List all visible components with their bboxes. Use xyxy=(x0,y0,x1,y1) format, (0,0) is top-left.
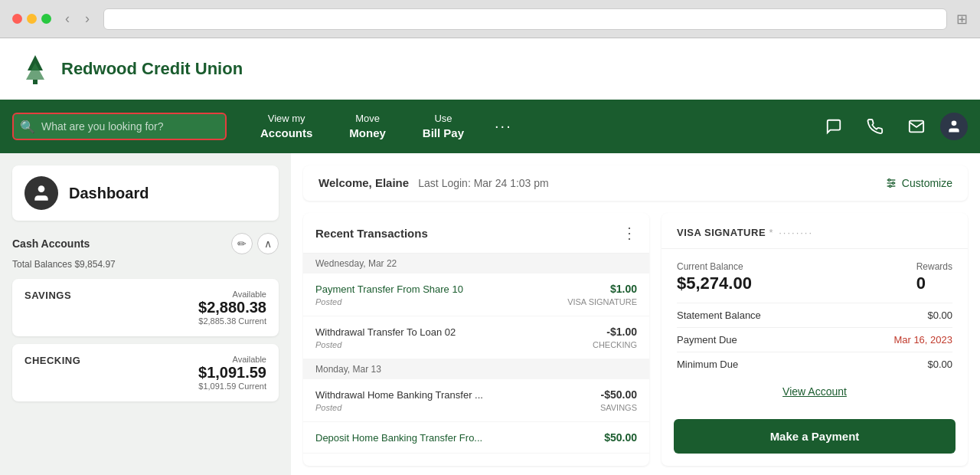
visa-current-balance-label: Current Balance xyxy=(677,261,752,272)
transactions-header: Recent Transactions ⋮ xyxy=(303,213,649,254)
nav-more-icon[interactable]: ··· xyxy=(482,117,524,135)
visa-card: VISA SIGNATURE * ········ Current Balanc… xyxy=(662,213,968,466)
transactions-title: Recent Transactions xyxy=(315,227,428,240)
tx-amount-4: $50.00 xyxy=(604,431,637,444)
transactions-more-icon[interactable]: ⋮ xyxy=(622,224,637,242)
welcome-info: Welcome, Elaine Last Login: Mar 24 1:03 … xyxy=(318,176,549,190)
tx-main-1: Payment Transfer From Share 10 $1.00 xyxy=(315,283,637,295)
nav-billpay[interactable]: Use Bill Pay xyxy=(404,106,482,146)
svg-marker-1 xyxy=(26,63,44,80)
cash-accounts-title: Cash Accounts xyxy=(12,238,90,250)
visa-rewards-label: Rewards xyxy=(916,261,952,272)
nav-money[interactable]: Move Money xyxy=(331,106,404,146)
tx-amount-3: -$50.00 xyxy=(601,388,637,401)
tx-sub-2: Posted CHECKING xyxy=(315,340,637,349)
visa-details: Statement Balance $0.00 Payment Due Mar … xyxy=(677,303,952,376)
nav-billpay-top: Use xyxy=(423,113,464,126)
edit-button[interactable]: ✏ xyxy=(231,233,253,254)
table-row[interactable]: Deposit Home Banking Transfer Fro... $50… xyxy=(303,422,649,454)
back-button[interactable]: ‹ xyxy=(60,9,74,28)
svg-point-3 xyxy=(952,121,957,126)
make-payment-button[interactable]: Make a Payment xyxy=(674,419,956,454)
visa-rewards-value: 0 xyxy=(916,274,952,293)
checking-card-header: CHECKING Available $1,091.59 $1,091.59 C… xyxy=(24,355,266,391)
minimize-dot[interactable] xyxy=(27,14,37,24)
phone-icon-button[interactable] xyxy=(858,113,893,140)
nav-accounts-top: View my xyxy=(260,113,312,126)
statement-balance-value: $0.00 xyxy=(927,310,952,321)
svg-point-9 xyxy=(892,182,894,185)
tx-main-4: Deposit Home Banking Transfer Fro... $50… xyxy=(315,431,637,444)
section-header: Cash Accounts ✏ ∧ xyxy=(12,233,279,254)
app: Redwood Credit Union 🔍 View my Accounts … xyxy=(0,38,980,475)
cards-row: Recent Transactions ⋮ Wednesday, Mar 22 … xyxy=(303,213,968,466)
tx-name-3: Withdrawal Home Banking Transfer ... xyxy=(315,389,483,401)
nav-billpay-bottom: Bill Pay xyxy=(423,126,464,141)
last-login: Last Login: Mar 24 1:03 pm xyxy=(418,177,548,189)
visa-title: VISA SIGNATURE xyxy=(677,227,766,238)
savings-available-value: $2,880.38 xyxy=(198,299,266,316)
nav-money-bottom: Money xyxy=(349,126,386,141)
nav-accounts-bottom: Accounts xyxy=(260,126,312,141)
collapse-button[interactable]: ∧ xyxy=(257,233,279,254)
address-bar[interactable] xyxy=(103,8,947,30)
mail-icon-button[interactable] xyxy=(899,113,934,140)
welcome-bar: Welcome, Elaine Last Login: Mar 24 1:03 … xyxy=(303,165,968,201)
total-balances-label: Total Balances xyxy=(12,259,72,270)
customize-button[interactable]: Customize xyxy=(885,177,952,189)
statement-balance-row: Statement Balance $0.00 xyxy=(677,303,952,327)
date-divider-2: Monday, Mar 13 xyxy=(303,359,649,379)
visa-rewards-block: Rewards 0 xyxy=(916,261,952,293)
visa-balance-block: Current Balance $5,274.00 xyxy=(677,261,752,293)
visa-number: * ········ xyxy=(769,227,814,238)
visa-body: Current Balance $5,274.00 Rewards 0 Stat… xyxy=(662,249,968,419)
savings-card-header: SAVINGS Available $2,880.38 $2,885.38 Cu… xyxy=(24,290,266,326)
tx-sub-3: Posted SAVINGS xyxy=(315,403,637,412)
table-row[interactable]: Withdrawal Home Banking Transfer ... -$5… xyxy=(303,379,649,422)
checking-card[interactable]: CHECKING Available $1,091.59 $1,091.59 C… xyxy=(12,344,279,401)
logo-text: Redwood Credit Union xyxy=(61,59,243,79)
transactions-card: Recent Transactions ⋮ Wednesday, Mar 22 … xyxy=(303,213,649,466)
dashboard-avatar xyxy=(24,176,58,210)
logo: Redwood Credit Union xyxy=(18,52,243,86)
checking-name: CHECKING xyxy=(24,355,80,366)
nav-items: View my Accounts Move Money Use Bill Pay… xyxy=(242,106,816,146)
statement-balance-label: Statement Balance xyxy=(677,310,761,321)
tx-status-1: Posted xyxy=(315,297,341,306)
forward-button[interactable]: › xyxy=(80,9,94,28)
tx-status-2: Posted xyxy=(315,340,341,349)
view-account-button[interactable]: View Account xyxy=(677,376,952,407)
user-avatar-button[interactable] xyxy=(940,113,968,140)
tx-amount-1: $1.00 xyxy=(610,283,637,295)
customize-icon xyxy=(885,177,897,189)
search-input[interactable] xyxy=(12,113,227,140)
date-divider-1: Wednesday, Mar 22 xyxy=(303,254,649,274)
svg-point-10 xyxy=(889,185,891,188)
minimum-due-row: Minimum Due $0.00 xyxy=(677,352,952,376)
total-balances: Total Balances $9,854.97 xyxy=(12,259,279,270)
section-controls: ✏ ∧ xyxy=(231,233,279,254)
nav-bar: 🔍 View my Accounts Move Money Use Bill P… xyxy=(0,100,980,153)
browser-nav: ‹ › xyxy=(60,9,94,28)
svg-rect-2 xyxy=(33,80,38,84)
savings-card[interactable]: SAVINGS Available $2,880.38 $2,885.38 Cu… xyxy=(12,279,279,336)
sidebar: Dashboard Cash Accounts ✏ ∧ Total Balanc… xyxy=(0,153,291,475)
tx-main-2: Withdrawal Transfer To Loan 02 -$1.00 xyxy=(315,326,637,338)
visa-header: VISA SIGNATURE * ········ xyxy=(662,213,968,249)
checking-available-value: $1,091.59 xyxy=(198,364,266,382)
minimum-due-value: $0.00 xyxy=(927,359,952,370)
cash-accounts-section: Cash Accounts ✏ ∧ Total Balances $9,854.… xyxy=(0,233,291,421)
tx-sub-1: Posted VISA SIGNATURE xyxy=(315,297,637,306)
table-row[interactable]: Withdrawal Transfer To Loan 02 -$1.00 Po… xyxy=(303,316,649,359)
customize-label: Customize xyxy=(902,177,952,189)
search-container: 🔍 xyxy=(12,113,227,140)
close-dot[interactable] xyxy=(12,14,22,24)
savings-available-label: Available xyxy=(198,290,266,299)
table-row[interactable]: Payment Transfer From Share 10 $1.00 Pos… xyxy=(303,274,649,316)
maximize-dot[interactable] xyxy=(41,14,51,24)
tx-name-2: Withdrawal Transfer To Loan 02 xyxy=(315,326,456,338)
nav-icons xyxy=(816,113,968,140)
minimum-due-label: Minimum Due xyxy=(677,359,738,370)
nav-accounts[interactable]: View my Accounts xyxy=(242,106,331,146)
chat-icon-button[interactable] xyxy=(816,113,851,140)
